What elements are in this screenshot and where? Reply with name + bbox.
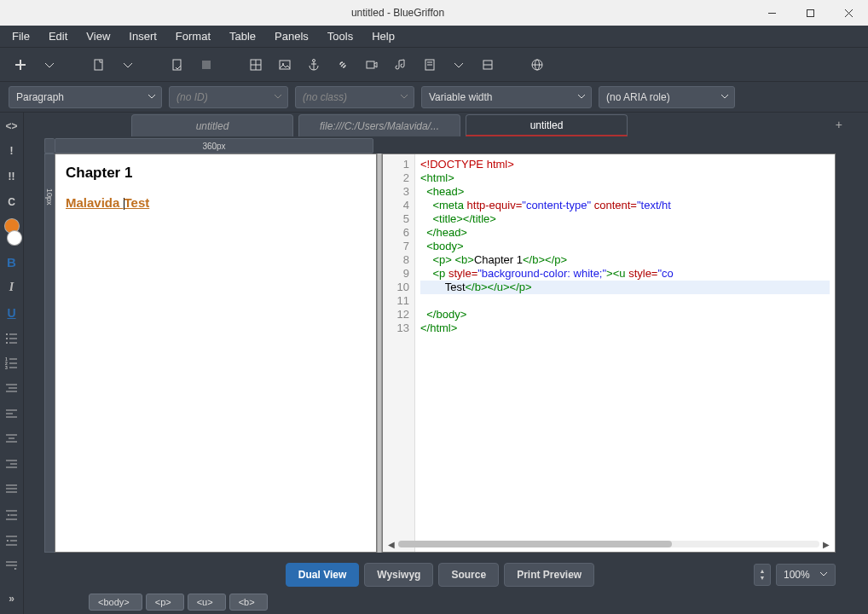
align-right-icon[interactable]: [3, 455, 20, 472]
list-dl-icon[interactable]: [3, 380, 20, 397]
chevron-down-icon: [400, 91, 408, 103]
chevron-down-icon: [577, 91, 586, 103]
background-color-swatch[interactable]: [7, 230, 22, 246]
svg-rect-6: [202, 61, 211, 69]
breadcrumb-p[interactable]: <p>: [146, 594, 184, 611]
svg-rect-10: [280, 61, 290, 69]
element-type-label: Paragraph: [16, 91, 64, 103]
aria-select[interactable]: (no ARIA role): [599, 86, 735, 108]
menu-panels[interactable]: Panels: [266, 27, 317, 45]
menubar: File Edit View Insert Format Table Panel…: [0, 26, 868, 48]
vertical-ruler-corner: [44, 138, 55, 154]
class-select[interactable]: (no class): [295, 86, 414, 108]
document-tabs: untitled file:///C:/Users/Malavida/... u…: [24, 113, 856, 136]
link-icon[interactable]: [331, 53, 355, 77]
underline-button[interactable]: U: [3, 304, 20, 321]
maximize-button[interactable]: [791, 0, 830, 26]
menu-view[interactable]: View: [78, 27, 119, 45]
dual-view-button[interactable]: Dual View: [286, 563, 359, 587]
tab-untitled-2[interactable]: untitled: [466, 114, 628, 136]
property-bar: Paragraph (no ID) (no class) Variable wi…: [0, 82, 868, 113]
wysiwyg-link[interactable]: Malavida Test: [66, 195, 149, 210]
toolbar: [0, 48, 868, 82]
wysiwyg-view-button[interactable]: Wysiwyg: [364, 563, 433, 587]
zoom-select[interactable]: 100%: [776, 564, 836, 586]
breadcrumb-b[interactable]: <b>: [229, 594, 268, 611]
table-icon[interactable]: [244, 53, 268, 77]
code-toggle-icon[interactable]: <>: [3, 118, 20, 135]
font-select[interactable]: Variable width: [421, 86, 592, 108]
id-select[interactable]: (no ID): [169, 86, 288, 108]
menu-tools[interactable]: Tools: [319, 27, 362, 45]
svg-rect-4: [95, 60, 102, 70]
class-icon[interactable]: C: [3, 194, 20, 211]
chevron-down-icon[interactable]: [116, 53, 140, 77]
menu-table[interactable]: Table: [221, 27, 264, 45]
menu-help[interactable]: Help: [363, 27, 403, 45]
indent-increase-icon[interactable]: [3, 531, 20, 548]
element-type-select[interactable]: Paragraph: [9, 86, 162, 108]
audio-icon[interactable]: [389, 53, 413, 77]
scroll-thumb[interactable]: [398, 541, 672, 547]
class-placeholder: (no class): [303, 91, 347, 103]
priority1-icon[interactable]: !: [3, 143, 20, 160]
line-gutter: 12345678910111213: [383, 154, 415, 552]
horizontal-ruler[interactable]: 360px: [55, 138, 373, 154]
breadcrumb-u[interactable]: <u>: [188, 594, 226, 611]
code-editor[interactable]: <!DOCTYPE html> <html> <head> <meta http…: [415, 154, 835, 552]
chevron-down-icon[interactable]: [38, 53, 61, 77]
hscroll[interactable]: ◀ ▶: [383, 538, 835, 550]
menu-file[interactable]: File: [3, 27, 38, 45]
browser-icon[interactable]: [525, 53, 549, 77]
form-icon[interactable]: [418, 53, 442, 77]
menu-format[interactable]: Format: [167, 27, 219, 45]
align-center-icon[interactable]: [3, 431, 20, 448]
add-tab-button[interactable]: +: [836, 118, 842, 131]
new-button[interactable]: [9, 53, 32, 77]
align-justify-icon[interactable]: [3, 481, 20, 498]
anchor-icon[interactable]: [302, 53, 326, 77]
priority2-icon[interactable]: !!: [3, 168, 20, 185]
scroll-left-icon[interactable]: ◀: [388, 540, 395, 549]
italic-button[interactable]: I: [3, 279, 20, 296]
scroll-track[interactable]: [398, 541, 819, 547]
zoom-spinner[interactable]: ▲▼: [754, 564, 771, 586]
breadcrumb-bar: <body> <p> <u> <b>: [24, 590, 856, 614]
tab-file[interactable]: file:///C:/Users/Malavida/...: [298, 114, 460, 136]
right-strip: [856, 113, 868, 614]
svg-point-24: [6, 333, 8, 335]
font-label: Variable width: [429, 91, 492, 103]
svg-point-12: [313, 59, 315, 61]
image-icon[interactable]: [273, 53, 297, 77]
open-button[interactable]: [87, 53, 111, 77]
tab-untitled-1[interactable]: untitled: [131, 114, 293, 136]
expand-icon[interactable]: »: [3, 590, 20, 607]
video-icon[interactable]: [360, 53, 384, 77]
wysiwyg-pane[interactable]: Chapter 1 Malavida Test: [55, 154, 377, 553]
source-view-button[interactable]: Source: [438, 563, 499, 587]
chevron-down-icon: [274, 91, 282, 103]
bold-button[interactable]: B: [3, 254, 20, 271]
list-ol-icon[interactable]: 123: [3, 355, 20, 372]
minimize-button[interactable]: [753, 0, 791, 26]
menu-insert[interactable]: Insert: [120, 27, 165, 45]
save-button[interactable]: [165, 53, 189, 77]
source-pane[interactable]: 12345678910111213 <!DOCTYPE html> <html>…: [382, 154, 836, 553]
svg-text:3: 3: [5, 365, 8, 369]
hr-icon[interactable]: [476, 53, 500, 77]
view-switcher: Dual View Wysiwyg Source Print Preview ▲…: [24, 559, 856, 590]
close-button[interactable]: [830, 0, 868, 26]
list-ul-icon[interactable]: [3, 330, 20, 347]
breadcrumb-body[interactable]: <body>: [89, 594, 142, 611]
chevron-down-icon: [148, 91, 156, 103]
print-preview-button[interactable]: Print Preview: [504, 563, 594, 587]
scroll-right-icon[interactable]: ▶: [823, 540, 830, 549]
menu-edit[interactable]: Edit: [40, 27, 76, 45]
stop-button: [194, 53, 218, 77]
direction-icon[interactable]: [3, 557, 20, 574]
svg-rect-1: [807, 9, 814, 16]
vertical-ruler[interactable]: 10px: [44, 154, 55, 553]
chevron-down-icon[interactable]: [447, 53, 471, 77]
align-left-icon[interactable]: [3, 405, 20, 422]
indent-decrease-icon[interactable]: [3, 507, 20, 524]
